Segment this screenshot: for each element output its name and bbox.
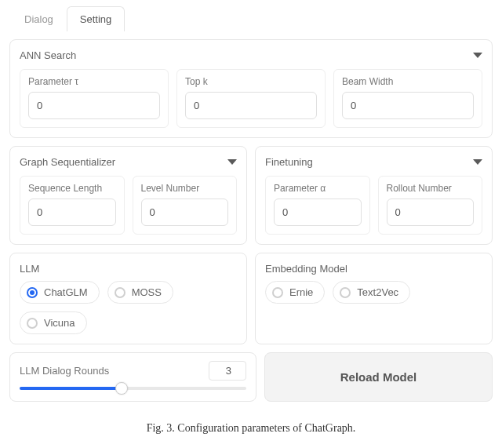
param-tau-label: Parameter τ [28,76,160,87]
reload-model-button[interactable]: Reload Model [264,352,493,402]
level-input[interactable] [141,199,229,226]
radio-label: Ernie [289,286,313,298]
seqlen-input[interactable] [28,199,116,226]
param-tau-input[interactable] [28,92,160,119]
radio-icon [115,287,126,298]
beam-width-label: Beam Width [342,76,474,87]
radio-label: Vicuna [44,317,75,329]
tab-bar: Dialog Setting [0,0,502,31]
radio-label: Text2Vec [357,286,398,298]
topk-field: Top k [176,69,326,128]
param-tau-field: Parameter τ [20,69,169,128]
param-alpha-input[interactable] [274,199,362,226]
rollout-label: Rollout Number [387,183,475,194]
level-field: Level Number [133,176,238,235]
embedding-option-ernie[interactable]: Ernie [265,281,325,304]
seqlen-label: Sequence Length [28,183,116,194]
dialog-rounds-value[interactable]: 3 [209,361,246,381]
finetuning-title: Finetuning [265,156,313,168]
topk-label: Top k [185,76,317,87]
radio-label: ChatGLM [44,286,88,298]
ann-search-card: ANN Search Parameter τ Top k Beam Width [9,39,493,138]
settings-panel: ANN Search Parameter τ Top k Beam Width … [0,31,502,410]
beam-width-input[interactable] [342,92,474,119]
radio-icon [272,287,283,298]
seqlen-field: Sequence Length [20,176,125,235]
llm-title: LLM [20,263,39,275]
dialog-rounds-label: LLM Dialog Rounds [20,365,109,377]
param-alpha-field: Parameter α [265,176,370,235]
llm-option-vicuna[interactable]: Vicuna [20,311,87,334]
finetuning-card: Finetuning Parameter α Rollout Number [255,146,493,245]
chevron-down-icon [473,159,482,165]
radio-icon [27,318,38,329]
dialog-rounds-slider[interactable] [20,387,246,390]
finetuning-header[interactable]: Finetuning [265,156,482,168]
radio-icon [27,287,38,298]
embedding-card: Embedding Model ErnieText2Vec [255,253,493,344]
beam-width-field: Beam Width [333,69,482,128]
figure-caption: Fig. 3. Configuration parameters of Chat… [0,422,502,435]
radio-label: MOSS [132,286,162,298]
embedding-option-text2vec[interactable]: Text2Vec [333,281,410,304]
radio-icon [340,287,351,298]
graph-seq-title: Graph Sequentializer [20,156,115,168]
slider-thumb[interactable] [115,382,128,395]
topk-input[interactable] [185,92,317,119]
dialog-rounds-card: LLM Dialog Rounds 3 [9,352,256,402]
graph-seq-card: Graph Sequentializer Sequence Length Lev… [9,146,247,245]
chevron-down-icon [473,53,482,58]
embedding-title: Embedding Model [265,263,347,275]
llm-option-chatglm[interactable]: ChatGLM [20,281,100,304]
tab-dialog[interactable]: Dialog [11,6,67,31]
tab-setting[interactable]: Setting [67,6,125,31]
ann-search-header[interactable]: ANN Search [20,49,482,61]
chevron-down-icon [227,159,237,165]
llm-radio-group: ChatGLMMOSSVicuna [20,281,237,334]
llm-card: LLM ChatGLMMOSSVicuna [9,253,247,344]
llm-option-moss[interactable]: MOSS [107,281,173,304]
ann-search-title: ANN Search [20,49,76,61]
param-alpha-label: Parameter α [274,183,362,194]
level-label: Level Number [141,183,229,194]
graph-seq-header[interactable]: Graph Sequentializer [20,156,237,168]
rollout-input[interactable] [387,199,475,226]
rollout-field: Rollout Number [378,176,483,235]
embedding-radio-group: ErnieText2Vec [265,281,482,304]
